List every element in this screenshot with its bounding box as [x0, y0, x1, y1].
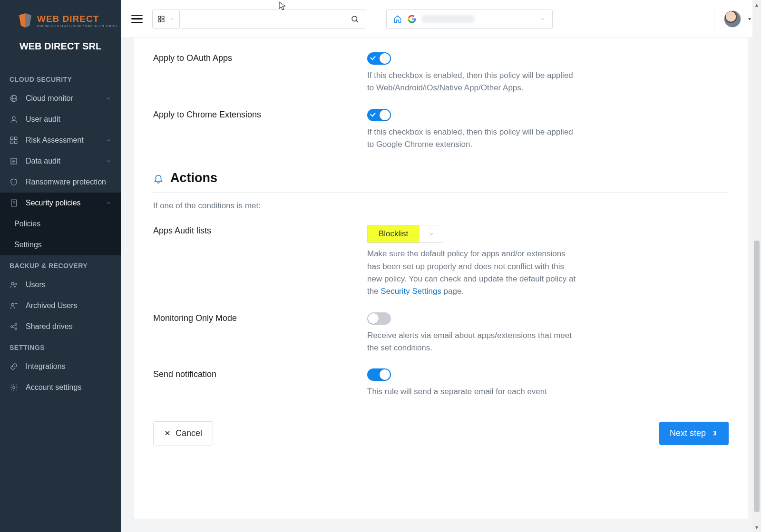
row-oauth-apps: Apply to OAuth Apps If this checkbox is …: [153, 38, 729, 95]
account-selector[interactable]: [386, 10, 553, 29]
sidebar-item-integrations[interactable]: Integrations: [0, 356, 121, 377]
org-name: WEB DIRECT SRL: [0, 32, 121, 69]
chevron-down-icon: [106, 96, 111, 101]
logo-text-wrap: WEB DIRECT BUSINESS RELATIONSHIP BASED O…: [37, 14, 117, 28]
label-send-notification: Send notification: [153, 368, 367, 398]
scroll-track[interactable]: [752, 10, 761, 522]
hint-text-2: page.: [441, 287, 464, 296]
link-security-settings[interactable]: Security Settings: [380, 287, 441, 296]
chevron-down-icon: [170, 17, 175, 21]
cancel-button-label: Cancel: [176, 428, 202, 438]
section-title: Actions: [170, 171, 217, 185]
menu-toggle-button[interactable]: [129, 13, 145, 25]
users-icon: [10, 281, 18, 289]
grid-icon: [10, 136, 18, 145]
sidebar-item-label: User audit: [26, 115, 60, 124]
user-menu[interactable]: [714, 8, 752, 30]
svg-rect-9: [15, 141, 17, 144]
toggle-oauth-apps[interactable]: [367, 52, 391, 65]
sidebar-item-label: Account settings: [26, 383, 81, 392]
sidebar-item-label: Risk Assessment: [26, 136, 84, 145]
logo-tagline: BUSINESS RELATIONSHIP BASED ON TRUST: [37, 24, 117, 28]
scroll-thumb[interactable]: [754, 241, 760, 513]
vertical-scrollbar[interactable]: ▲ ▼: [752, 0, 761, 532]
svg-rect-25: [158, 16, 161, 19]
svg-line-30: [356, 20, 358, 22]
scroll-up-icon[interactable]: ▲: [752, 0, 761, 10]
toggle-chrome-ext[interactable]: [367, 109, 391, 121]
svg-rect-28: [162, 19, 164, 22]
sidebar-subitem-policies[interactable]: Policies: [0, 213, 121, 234]
link-icon: [10, 362, 18, 371]
sidebar-item-user-audit[interactable]: User audit: [0, 109, 121, 130]
sidebar-item-account-settings[interactable]: Account settings: [0, 377, 121, 398]
share-icon: [10, 322, 18, 331]
hint-apps-audit: Make sure the default policy for apps an…: [367, 248, 576, 298]
row-chrome-ext: Apply to Chrome Extensions If this check…: [153, 95, 729, 151]
sidebar-item-ransomware[interactable]: Ransomware protection: [0, 172, 121, 193]
sidebar: WEB DIRECT BUSINESS RELATIONSHIP BASED O…: [0, 0, 121, 532]
sidebar-item-shared-drives[interactable]: Shared drives: [0, 316, 121, 337]
sidebar-item-label: Shared drives: [26, 322, 73, 331]
hint-oauth-apps: If this checkbox is enabled, then this p…: [367, 69, 576, 95]
topbar: [121, 0, 761, 38]
sidebar-item-users[interactable]: Users: [0, 274, 121, 295]
sidebar-item-risk-assessment[interactable]: Risk Assessment: [0, 130, 121, 151]
content-area: Apply to OAuth Apps If this checkbox is …: [121, 38, 761, 532]
row-send-notification: Send notification This rule will send a …: [153, 354, 729, 398]
select-value: Blocklist: [368, 225, 419, 242]
logo-mark-icon: [19, 13, 31, 28]
sidebar-item-label: Ransomware protection: [26, 178, 106, 186]
search-input[interactable]: [185, 15, 351, 23]
sidebar-item-cloud-monitor[interactable]: Cloud monitor: [0, 88, 121, 109]
home-icon: [393, 15, 402, 23]
globe-icon: [10, 94, 18, 103]
account-name-redacted: [422, 15, 474, 23]
search-box[interactable]: [180, 10, 365, 29]
hint-chrome-ext: If this checkbox is enabled, then this p…: [367, 126, 576, 151]
select-apps-audit[interactable]: Blocklist: [367, 225, 443, 243]
svg-line-22: [12, 325, 15, 326]
sidebar-item-security-policies[interactable]: Security policies: [0, 193, 121, 213]
sidebar-item-archived-users[interactable]: Archived Users: [0, 295, 121, 316]
scroll-down-icon[interactable]: ▼: [752, 522, 761, 532]
nav-section-settings: SETTINGS: [0, 337, 121, 356]
toggle-send-notification[interactable]: [367, 368, 391, 381]
sidebar-submenu: Policies Settings: [0, 213, 121, 255]
sidebar-subitem-settings[interactable]: Settings: [0, 234, 121, 255]
svg-rect-26: [162, 16, 164, 19]
sidebar-item-data-audit[interactable]: Data audit: [0, 151, 121, 172]
toggle-monitoring-mode[interactable]: [367, 312, 391, 325]
label-oauth-apps: Apply to OAuth Apps: [153, 52, 367, 95]
label-apps-audit: Apps Audit lists: [153, 225, 367, 298]
policy-icon: [10, 199, 18, 207]
chevron-down-icon: [419, 225, 443, 242]
svg-marker-1: [25, 13, 31, 28]
view-mode-select[interactable]: [152, 10, 180, 29]
row-monitoring-mode: Monitoring Only Mode Receive alerts via …: [153, 298, 729, 355]
label-monitoring-mode: Monitoring Only Mode: [153, 312, 367, 355]
svg-point-15: [11, 282, 14, 285]
close-icon: [164, 430, 171, 436]
next-step-button[interactable]: Next step: [659, 422, 729, 445]
form-footer: Cancel Next step: [153, 421, 729, 445]
search-icon: [351, 15, 359, 23]
hint-monitoring-mode: Receive alerts via email about apps/exte…: [367, 329, 576, 355]
sidebar-item-label: Cloud monitor: [26, 94, 73, 103]
svg-point-16: [15, 283, 17, 285]
sidebar-item-label: Users: [26, 281, 46, 289]
grid-view-icon: [157, 15, 165, 23]
logo: WEB DIRECT BUSINESS RELATIONSHIP BASED O…: [0, 13, 121, 32]
cancel-button[interactable]: Cancel: [153, 421, 213, 445]
logo-text: WEB DIRECT: [37, 14, 117, 24]
row-apps-audit: Apps Audit lists Blocklist Make sure the…: [153, 211, 729, 298]
sidebar-item-label: Security policies: [26, 199, 81, 207]
svg-rect-6: [10, 137, 13, 139]
main-area: Apply to OAuth Apps If this checkbox is …: [121, 0, 761, 532]
svg-point-5: [12, 116, 15, 119]
next-step-button-label: Next step: [670, 428, 706, 438]
svg-line-23: [12, 327, 15, 329]
caret-down-icon: [747, 16, 752, 22]
sidebar-item-label: Integrations: [26, 362, 66, 371]
shield-icon: [10, 178, 18, 186]
